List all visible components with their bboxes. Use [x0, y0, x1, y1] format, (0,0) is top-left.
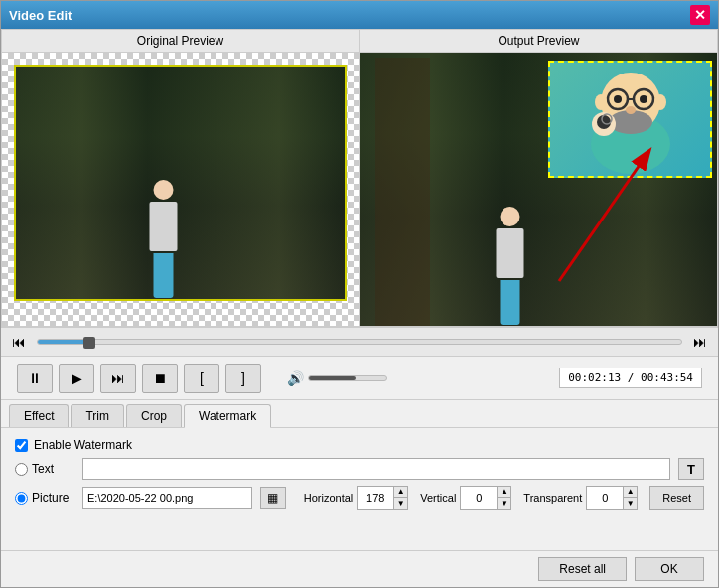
- volume-area: 🔊: [287, 370, 387, 386]
- picture-row: Picture ▦ Horizontal ▲ ▼: [15, 486, 704, 510]
- tabs: Effect Trim Crop Watermark: [1, 400, 718, 427]
- text-radio-label: Text: [15, 462, 74, 476]
- close-button[interactable]: ✕: [690, 5, 710, 25]
- svg-point-8: [595, 94, 607, 110]
- svg-point-12: [597, 115, 611, 129]
- horizontal-input-wrap: ▲ ▼: [357, 486, 408, 510]
- transparent-label: Transparent: [523, 492, 582, 504]
- horizontal-up-button[interactable]: ▲: [393, 487, 407, 498]
- output-preview-content: [360, 53, 717, 326]
- text-label: Text: [32, 462, 54, 476]
- settings-panel: Enable Watermark Text T Picture ▦ Horizo…: [1, 428, 718, 550]
- timeline-fill: [38, 340, 89, 344]
- next-frame-button[interactable]: ⏭: [100, 364, 136, 393]
- original-preview-content: [2, 53, 359, 326]
- vertical-input-wrap: ▲ ▼: [460, 486, 511, 510]
- output-preview-panel: Output Preview: [360, 29, 718, 327]
- transparent-spinners: ▲ ▼: [623, 487, 637, 509]
- timeline-area: ⏮ ⏭: [1, 327, 718, 357]
- vertical-group: Vertical ▲ ▼: [420, 486, 511, 510]
- browse-folder-button[interactable]: ▦: [260, 487, 286, 509]
- time-separator: /: [621, 371, 641, 384]
- preview-area: Original Preview: [1, 29, 718, 327]
- ok-button[interactable]: OK: [635, 557, 704, 581]
- controls-area: ⏸ ▶ ⏭ ⏹ [ ] 🔊 00:02:13 / 00:43:54: [1, 357, 718, 400]
- picture-radio[interactable]: [15, 492, 28, 505]
- title-bar: Video Edit ✕: [1, 1, 718, 29]
- tab-effect[interactable]: Effect: [9, 404, 69, 427]
- numeric-controls: Horizontal ▲ ▼ Vertical: [304, 486, 704, 510]
- text-format-button[interactable]: T: [678, 458, 704, 480]
- svg-point-6: [640, 95, 647, 103]
- transparent-up-button[interactable]: ▲: [623, 487, 637, 498]
- vertical-label: Vertical: [420, 492, 456, 504]
- transparent-group: Transparent ▲ ▼: [523, 486, 638, 510]
- total-time: 00:43:54: [641, 371, 693, 384]
- enable-watermark-label: Enable Watermark: [34, 438, 132, 452]
- vertical-down-button[interactable]: ▼: [497, 498, 510, 509]
- horizontal-group: Horizontal ▲ ▼: [304, 486, 409, 510]
- pause-button[interactable]: ⏸: [17, 364, 53, 393]
- text-input[interactable]: [82, 458, 670, 480]
- original-preview-panel: Original Preview: [1, 29, 360, 327]
- tab-crop[interactable]: Crop: [126, 404, 182, 427]
- volume-fill: [309, 376, 356, 380]
- enable-watermark-checkbox[interactable]: [15, 439, 28, 452]
- picture-radio-label: Picture: [15, 491, 74, 505]
- stop-button[interactable]: ⏹: [142, 364, 178, 393]
- horizontal-label: Horizontal: [304, 492, 354, 504]
- play-button[interactable]: ▶: [59, 364, 94, 393]
- volume-icon: 🔊: [287, 370, 304, 386]
- transparent-down-button[interactable]: ▼: [623, 498, 637, 509]
- footer: Reset all OK: [1, 550, 718, 587]
- svg-point-10: [626, 106, 636, 114]
- timeline-end-button[interactable]: ⏭: [690, 332, 710, 352]
- reset-all-button[interactable]: Reset all: [538, 557, 627, 581]
- mark-in-button[interactable]: [: [184, 364, 219, 393]
- output-preview-label: Output Preview: [360, 30, 717, 53]
- tab-area: Effect Trim Crop Watermark: [1, 400, 718, 428]
- horizontal-down-button[interactable]: ▼: [393, 498, 407, 509]
- text-radio[interactable]: [15, 463, 28, 476]
- mark-out-button[interactable]: ]: [225, 364, 261, 393]
- picture-label: Picture: [32, 491, 69, 505]
- horizontal-spinners: ▲ ▼: [393, 487, 407, 509]
- svg-point-5: [614, 95, 622, 103]
- transparent-input[interactable]: [587, 487, 623, 509]
- vertical-spinners: ▲ ▼: [497, 487, 510, 509]
- vertical-input[interactable]: [461, 487, 497, 509]
- timeline-thumb[interactable]: [83, 337, 95, 349]
- horizontal-input[interactable]: [358, 487, 393, 509]
- time-display: 00:02:13 / 00:43:54: [559, 368, 702, 388]
- timeline-bar[interactable]: [37, 339, 682, 345]
- timeline-start-button[interactable]: ⏮: [9, 332, 29, 352]
- current-time: 00:02:13: [568, 371, 621, 384]
- text-row: Text T: [15, 458, 704, 480]
- picture-path-input[interactable]: [82, 487, 252, 509]
- video-edit-window: Video Edit ✕ Original Preview: [0, 0, 719, 588]
- window-title: Video Edit: [9, 8, 72, 23]
- reset-button[interactable]: Reset: [649, 486, 704, 510]
- volume-bar[interactable]: [308, 375, 387, 381]
- original-preview-label: Original Preview: [2, 30, 359, 53]
- vertical-up-button[interactable]: ▲: [497, 487, 510, 498]
- enable-watermark-row: Enable Watermark: [15, 438, 704, 452]
- transparent-input-wrap: ▲ ▼: [586, 486, 638, 510]
- svg-point-9: [654, 94, 666, 110]
- tab-trim[interactable]: Trim: [71, 404, 124, 427]
- tab-watermark[interactable]: Watermark: [184, 404, 271, 428]
